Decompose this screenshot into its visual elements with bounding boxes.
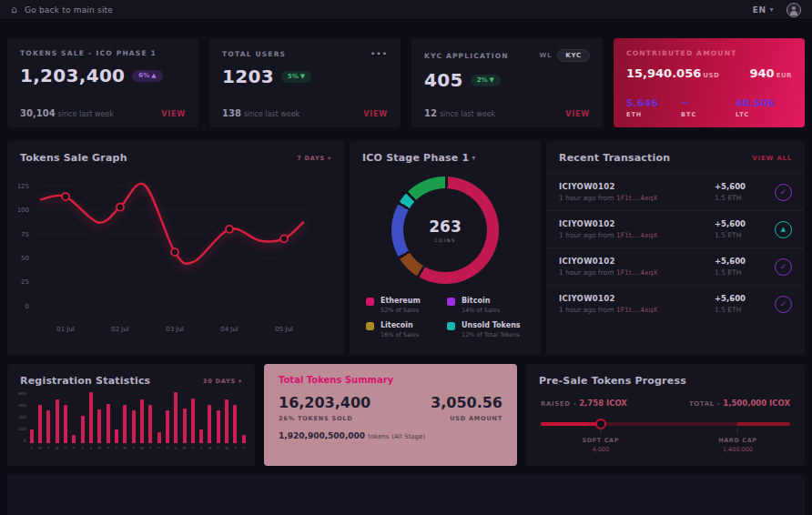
registration-bar xyxy=(115,429,118,443)
registration-bar-chart: 4003002001000 SMTWTFSSMTSMTWTFSSMTSMTWTF xyxy=(7,389,255,450)
usd-amount: 15,940.056USD xyxy=(626,64,719,81)
legend-swatch xyxy=(447,298,455,306)
user-avatar[interactable] xyxy=(787,3,801,17)
transaction-row[interactable]: ICIYOW0102 1 hour ago from 1F1t....4xqX … xyxy=(546,210,805,247)
tokens-sale-value: 1,203,400 xyxy=(20,65,125,86)
line-data-point xyxy=(62,193,69,200)
registration-bar xyxy=(107,404,110,443)
language-label: EN xyxy=(753,5,766,15)
delta-value: 12since last week xyxy=(424,108,495,118)
range-dropdown[interactable]: 7 DAYS▾ xyxy=(297,155,331,162)
legend-item: Unsold Tokens12% of Total Tokens xyxy=(447,321,524,338)
panel-title: Tokens Sale Graph xyxy=(20,152,127,164)
tx-amount: +5,6001.5 ETH xyxy=(715,257,762,277)
tx-amount: +5,6001.5 ETH xyxy=(715,294,762,314)
chevron-down-icon: ▾ xyxy=(769,5,774,14)
arrow-up-icon: ▲ xyxy=(151,72,156,79)
check-status-icon[interactable]: ✓ xyxy=(775,296,792,313)
registration-bar xyxy=(64,405,67,443)
registration-bar xyxy=(72,435,76,443)
total-tokens-summary-panel: Total Tokens Summary 16,203,400 26% TOKE… xyxy=(264,364,517,466)
card-title: KYC APPLICATION xyxy=(424,52,509,60)
chevron-down-icon: ▾ xyxy=(472,154,475,162)
presale-progress-panel: Pre-Sale Tokens Progress RAISED -2,758 I… xyxy=(526,364,805,466)
card-total-users: TOTAL USERS ••• 1203 5%▼ 138since last w… xyxy=(209,38,401,127)
presale-progress-slider: SOFT CAP 4,000 HARD CAP 1,400,000 xyxy=(541,422,790,426)
eth-status-icon[interactable]: ▲ xyxy=(775,221,792,238)
recent-transactions-panel: Recent Transaction VIEW ALL ICIYOW0102 1… xyxy=(546,141,805,355)
registration-bar xyxy=(157,432,161,443)
topbar: ⌂ Go back to main site EN ▾ xyxy=(0,0,812,20)
more-menu-icon[interactable]: ••• xyxy=(370,49,388,58)
registration-bar xyxy=(183,409,187,444)
delta-value: 30,104since last week xyxy=(20,108,114,118)
panel-title: Total Tokens Summary xyxy=(279,375,502,385)
language-selector[interactable]: EN ▾ xyxy=(753,5,774,15)
chevron-down-icon: ▾ xyxy=(328,155,331,162)
card-title: TOKENS SALE – ICO PHASE 1 xyxy=(20,49,157,57)
tx-info: ICIYOW0102 1 hour ago from 1F1t....4xqX xyxy=(559,294,715,314)
toggle-wl[interactable]: WL xyxy=(539,52,552,59)
line-data-point xyxy=(171,248,178,256)
usd-amount-block: 3,050.56 USD AMOUNT xyxy=(431,394,502,422)
transaction-row[interactable]: ICIYOW0102 1 hour ago from 1F1t....4xqX … xyxy=(546,173,805,210)
panel-title: Pre-Sale Tokens Progress xyxy=(539,375,686,387)
legend-swatch xyxy=(447,322,455,330)
view-all-link[interactable]: VIEW ALL xyxy=(752,155,792,162)
registration-bar xyxy=(166,410,169,443)
registration-bar xyxy=(242,435,246,443)
ico-stage-dropdown[interactable]: ICO Stage Phase 1▾ xyxy=(362,152,476,164)
card-title: CONTRIBUTED AMOUNT xyxy=(626,49,736,57)
toggle-kyc[interactable]: KYC xyxy=(557,49,590,62)
registration-bar xyxy=(132,410,136,443)
card-contributed-amount: CONTRIBUTED AMOUNT 15,940.056USD 940EUR … xyxy=(614,38,805,127)
donut-legend: Ethereum52% of SalesBitcoin14% of SalesL… xyxy=(350,284,541,338)
view-button[interactable]: VIEW xyxy=(161,110,186,118)
check-status-icon[interactable]: ✓ xyxy=(775,184,792,201)
registration-bar xyxy=(56,399,59,443)
panel-title: Recent Transaction xyxy=(559,152,670,164)
registration-statistics-panel: Registration Statistics 30 DAYS▾ 4003002… xyxy=(7,364,255,466)
kyc-value: 405 xyxy=(424,69,463,91)
legend-item: Litecoin16% of Sales xyxy=(366,321,443,338)
ico-stage-donut-chart: 263 COINS xyxy=(391,177,499,284)
registration-bar xyxy=(217,410,220,443)
registration-bar xyxy=(233,405,237,443)
registration-bar xyxy=(46,410,50,443)
registration-bar xyxy=(199,429,203,443)
check-status-icon[interactable]: ✓ xyxy=(775,258,792,276)
chevron-down-icon: ▾ xyxy=(239,378,242,385)
legend-swatch xyxy=(366,322,374,330)
svg-text:02 Jul: 02 Jul xyxy=(111,326,129,333)
svg-text:05 Jul: 05 Jul xyxy=(275,326,293,333)
back-to-site[interactable]: ⌂ Go back to main site xyxy=(11,4,113,15)
eur-amount: 940EUR xyxy=(750,64,793,81)
legend-item: Bitcoin14% of Sales xyxy=(447,297,524,314)
total-users-value: 1203 xyxy=(222,66,274,87)
transaction-row[interactable]: ICIYOW0102 1 hour ago from 1F1t....4xqX … xyxy=(546,285,805,322)
svg-text:100: 100 xyxy=(17,207,29,214)
svg-text:0: 0 xyxy=(25,303,29,310)
svg-text:04 Jul: 04 Jul xyxy=(220,326,239,333)
tx-info: ICIYOW0102 1 hour ago from 1F1t....4xqX xyxy=(559,257,715,277)
registration-bar xyxy=(208,405,211,443)
total-amount: TOTAL -1,500,000 ICOX xyxy=(689,392,790,409)
footer-strip xyxy=(7,475,805,515)
svg-text:01 Jul: 01 Jul xyxy=(56,326,75,333)
transaction-row[interactable]: ICIYOW0102 1 hour ago from 1F1t....4xqX … xyxy=(546,247,805,285)
registration-bar xyxy=(225,399,228,443)
card-tokens-sale: TOKENS SALE – ICO PHASE 1 1,203,400 6%▲ … xyxy=(7,38,198,127)
legend-swatch xyxy=(366,298,374,306)
view-button[interactable]: VIEW xyxy=(363,110,388,118)
range-dropdown[interactable]: 30 DAYS▾ xyxy=(203,378,242,385)
tx-amount: +5,6001.5 ETH xyxy=(715,182,762,202)
hard-cap-marker: HARD CAP 1,400,000 xyxy=(701,437,774,453)
view-button[interactable]: VIEW xyxy=(565,110,590,118)
registration-bar xyxy=(38,405,42,443)
home-icon: ⌂ xyxy=(11,4,17,15)
ico-stage-panel: ICO Stage Phase 1▾ 263 COINS Ethereum52%… xyxy=(350,141,541,355)
legend-item: Ethereum52% of Sales xyxy=(366,297,443,314)
tokens-sale-graph-panel: Tokens Sale Graph 7 DAYS▾ 12510075502500… xyxy=(7,141,344,355)
line-data-point xyxy=(117,204,124,211)
arrow-down-icon: ▼ xyxy=(490,76,494,84)
